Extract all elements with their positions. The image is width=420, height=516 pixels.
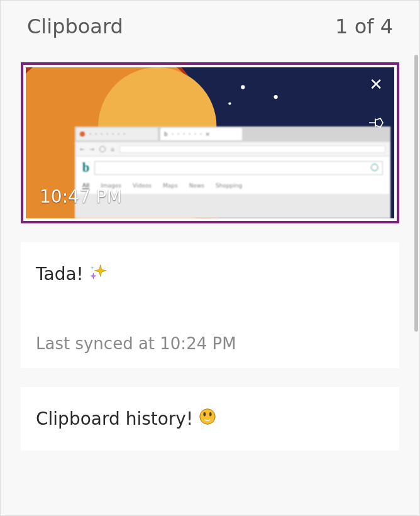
svg-point-11 — [209, 412, 212, 417]
svg-point-5 — [228, 102, 231, 104]
browser-window-icon: ・・・・・・・ b ・・・・・・ × ←→⌂ b AllImagesVideos… — [75, 126, 390, 218]
pin-icon[interactable] — [369, 116, 384, 132]
panel-title: Clipboard — [27, 14, 123, 38]
item-counter: 1 of 4 — [335, 14, 393, 38]
svg-point-6 — [274, 95, 277, 99]
clipboard-item-text[interactable]: Clipboard history! — [21, 387, 399, 451]
clipboard-panel: Clipboard 1 of 4 ・・・・・・・ b ・・・ — [0, 0, 420, 516]
clipboard-item-image[interactable]: ・・・・・・・ b ・・・・・・ × ←→⌂ b AllImagesVideos… — [21, 62, 399, 223]
clipboard-text: Tada! — [36, 264, 84, 284]
clipboard-text: Clipboard history! — [36, 408, 193, 429]
sparkles-icon — [89, 262, 108, 286]
svg-point-9 — [200, 409, 215, 424]
svg-point-10 — [204, 412, 206, 417]
close-icon[interactable]: ✕ — [369, 76, 383, 93]
sync-status: Last synced at 10:24 PM — [36, 334, 384, 353]
clipboard-items: ・・・・・・・ b ・・・・・・ × ←→⌂ b AllImagesVideos… — [1, 52, 419, 515]
item-timestamp: 10:47 PM — [40, 186, 122, 207]
clipboard-item-text[interactable]: Tada! Last synced at 10:24 PM — [21, 242, 399, 368]
scrollbar[interactable] — [414, 55, 418, 332]
smiley-icon — [198, 407, 217, 430]
clipboard-thumbnail: ・・・・・・・ b ・・・・・・ × ←→⌂ b AllImagesVideos… — [26, 67, 394, 218]
panel-header: Clipboard 1 of 4 — [1, 1, 419, 52]
svg-point-4 — [241, 85, 245, 89]
